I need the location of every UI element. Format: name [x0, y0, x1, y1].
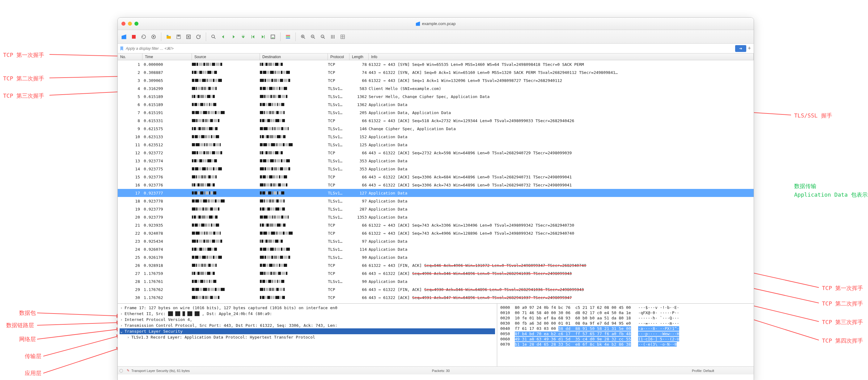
table-row[interactable]: 90.621575TLSv1…146Change Cipher Spec, Ap… — [118, 125, 754, 133]
table-row[interactable]: 80.615331TCP6661322 → 443 [ACK] Seq=518 … — [118, 117, 754, 125]
hex-row[interactable]: 0040 f7 61 17 03 03 00 38 dd 88 91 50 58… — [500, 326, 751, 331]
anno-fin3: TCP 第三次挥手 — [822, 319, 863, 326]
tree-row[interactable]: ›Ethernet II, Src: ██ ██ █ ██ ██ , Dst: … — [120, 311, 495, 317]
save-file-button[interactable] — [174, 32, 183, 41]
table-row[interactable]: 240.926074TLSv1…114Application Data — [118, 245, 754, 253]
hex-row[interactable]: 0010 00 71 46 58 40 00 30 06 d8 02 17 c0… — [500, 310, 751, 315]
col-no[interactable]: No. — [118, 54, 143, 60]
table-row[interactable]: 301.176762TCP66443 → 61322 [ACK] Seq=493… — [118, 293, 754, 301]
table-row[interactable]: 170.923777TLSv1…127Application Data — [118, 189, 754, 197]
tree-row[interactable]: ›Frame 17: 127 bytes on wire (1016 bits)… — [120, 305, 495, 311]
col-source[interactable]: Source — [192, 54, 260, 60]
display-filter-input[interactable] — [126, 43, 734, 53]
stop-capture-button[interactable] — [129, 32, 138, 41]
go-to-packet-button[interactable] — [239, 32, 248, 41]
maximize-button[interactable] — [134, 22, 138, 26]
table-row[interactable]: 100.623133TLSv1…152Application Data — [118, 133, 754, 141]
anno-layer-packet: 数据包 — [19, 309, 36, 317]
svg-rect-8 — [251, 35, 252, 38]
restart-capture-button[interactable] — [140, 32, 148, 41]
table-row[interactable]: 60.615189TLSv1…1362Application Data — [118, 100, 754, 109]
zoom-out-button[interactable] — [309, 32, 317, 41]
table-row[interactable]: 281.176761TLSv1…90Application Data — [118, 277, 754, 285]
table-row[interactable]: 150.923776TCP66443 → 61322 [ACK] Seq=330… — [118, 173, 754, 181]
svg-rect-13 — [286, 38, 290, 39]
col-info[interactable]: Info — [369, 54, 754, 60]
hex-row[interactable]: 0060 49 31 a8 63 49 36 d1 5d 35 c4 d0 9e… — [500, 337, 751, 342]
bookmark-icon[interactable] — [119, 46, 125, 51]
col-destination[interactable]: Destination — [260, 54, 328, 60]
hex-row[interactable]: 0000 80 a9 97 24 0b f4 bc 76 c5 21 17 62… — [500, 305, 751, 310]
col-time[interactable]: Time — [143, 54, 192, 60]
auto-scroll-button[interactable] — [269, 32, 277, 41]
wireshark-icon — [415, 22, 420, 26]
tree-row[interactable]: ›Transmission Control Protocol, Src Port… — [120, 322, 495, 328]
packet-list[interactable]: 10.000000TCP7861322 → 443 [SYN] Seq=0 Wi… — [118, 60, 754, 303]
close-file-button[interactable] — [184, 32, 193, 41]
go-back-button[interactable] — [219, 32, 228, 41]
status-packets: Packets: 30 — [432, 369, 450, 373]
wireshark-window: example.com.pcap 1:1 ➔ + No. — [117, 17, 754, 380]
minimize-button[interactable] — [128, 22, 132, 26]
go-first-button[interactable] — [249, 32, 257, 41]
table-row[interactable]: 30.309065TCP6661322 → 443 [ACK] Seq=1 Ac… — [118, 77, 754, 84]
add-filter-button[interactable]: + — [746, 45, 752, 52]
open-file-button[interactable] — [164, 32, 173, 41]
table-row[interactable]: 50.615189TLSv1…1362Server Hello, Change … — [118, 92, 754, 100]
hex-row[interactable]: 0070 b1 1e 28 d4 65 28 33 5c e8 6f 8c bk… — [500, 342, 751, 347]
table-row[interactable]: 20.308887TCP74443 → 61322 [SYN, ACK] Seq… — [118, 68, 754, 77]
table-row[interactable]: 110.623512TLSv1…125Application Data — [118, 141, 754, 149]
hex-row[interactable]: 0050 8f b4 bd 70 ea b2 c6 17 ff 57 65 77… — [500, 331, 751, 337]
tree-row[interactable]: ›Internet Protocol Version 4, — [120, 317, 495, 322]
reload-button[interactable] — [194, 32, 203, 41]
table-row[interactable]: 130.923774TLSv1…353Application Data — [118, 157, 754, 165]
table-row[interactable]: 220.924078TCP6661322 → 443 [ACK] Seq=743… — [118, 229, 754, 237]
hex-row[interactable]: 0030 00 fb a6 3d 00 00 01 01 08 0a 9f e7… — [500, 321, 751, 326]
apply-filter-button[interactable]: ➔ — [735, 45, 746, 52]
table-row[interactable]: 70.615191TLSv1…205Application Data, Appl… — [118, 109, 754, 117]
packet-bytes-hex[interactable]: 0000 80 a9 97 24 0b f4 bc 76 c5 21 17 62… — [497, 303, 754, 367]
hex-row[interactable]: 0020 10 fe 01 bb ef 8a 68 93 60 b0 b0 aa… — [500, 315, 751, 321]
table-row[interactable]: 271.176759TCP66443 → 61322 [ACK] Seq=490… — [118, 269, 754, 277]
table-row[interactable]: 160.923776TCP66443 → 61322 [ACK] Seq=330… — [118, 181, 754, 189]
capture-options-button[interactable] — [149, 32, 158, 41]
tree-row[interactable]: ›TLSv1.3 Record Layer: Application Data … — [120, 334, 495, 340]
go-forward-button[interactable] — [229, 32, 238, 41]
table-row[interactable]: 10.000000TCP7861322 → 443 [SYN] Seq=0 Wi… — [118, 60, 754, 68]
packet-details-tree[interactable]: ›Frame 17: 127 bytes on wire (1016 bits)… — [118, 303, 497, 367]
capture-file-comment-icon[interactable]: ✎ — [125, 369, 131, 373]
zoom-in-button[interactable] — [299, 32, 307, 41]
table-row[interactable]: 180.923778TLSv1…97Application Data — [118, 197, 754, 205]
titlebar: example.com.pcap — [118, 18, 754, 30]
layout-button[interactable] — [338, 32, 347, 41]
window-title: example.com.pcap — [415, 21, 456, 26]
tree-row[interactable]: ⌄Transport Layer Security — [120, 328, 495, 334]
col-protocol[interactable]: Protocol — [328, 54, 349, 60]
table-row[interactable]: 40.316299TLSv1…583Client Hello (SNI=exam… — [118, 84, 754, 92]
anno-tcp-synack: TCP 第二次握手 — [3, 75, 44, 82]
find-packet-button[interactable] — [209, 32, 218, 41]
svg-rect-9 — [264, 35, 265, 38]
svg-point-2 — [153, 36, 154, 37]
col-length[interactable]: Length — [349, 54, 369, 60]
table-row[interactable]: 230.925434TLSv1…97Application Data — [118, 237, 754, 245]
table-row[interactable]: 250.926170TLSv1…90Application Data — [118, 253, 754, 261]
table-row[interactable]: 200.923779TLSv1…1353Application Data — [118, 213, 754, 221]
close-button[interactable] — [121, 22, 125, 26]
table-row[interactable]: 190.923779TLSv1…287Application Data — [118, 205, 754, 213]
table-row[interactable]: 120.923772TCP66443 → 61322 [ACK] Seq=273… — [118, 149, 754, 157]
table-row[interactable]: 140.923775TLSv1…353Application Data — [118, 165, 754, 173]
table-row[interactable]: 291.176762TCP66443 → 61322 [FIN, ACK] Se… — [118, 285, 754, 293]
table-row[interactable]: 260.928918TCP6661322 → 443 [FIN, ACK] Se… — [118, 261, 754, 269]
svg-rect-5 — [178, 35, 180, 36]
resize-columns-button[interactable] — [329, 32, 337, 41]
anno-layer-ip: 网络层 — [19, 335, 36, 343]
colorize-button[interactable] — [284, 32, 292, 41]
table-row[interactable]: 210.923935TCP6661322 → 443 [ACK] Seq=743… — [118, 221, 754, 229]
status-profile[interactable]: Profile: Default — [692, 369, 754, 373]
toolbar: 1:1 — [118, 30, 754, 43]
zoom-reset-button[interactable]: 1:1 — [318, 32, 327, 41]
start-capture-button[interactable] — [120, 32, 128, 41]
go-last-button[interactable] — [259, 32, 267, 41]
expert-info-icon[interactable]: ◯ — [118, 369, 125, 373]
